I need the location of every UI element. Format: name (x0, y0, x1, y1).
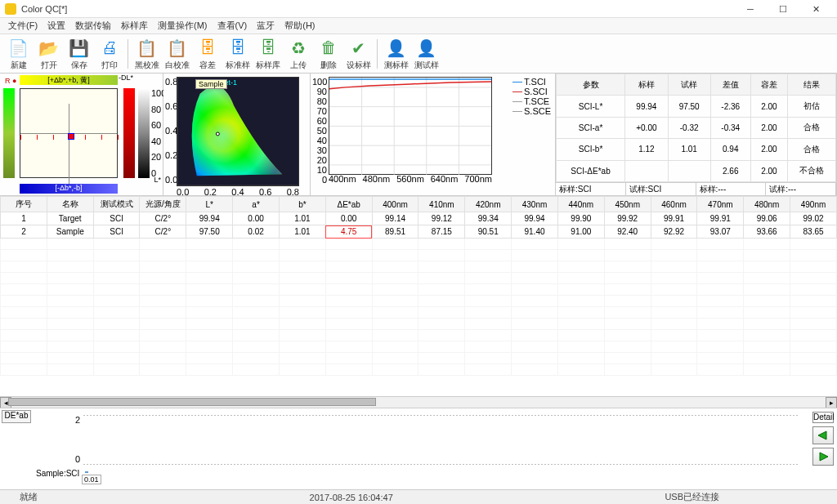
status-conn: USB已经连接 (651, 491, 732, 503)
menu-item[interactable]: 帮助(H) (280, 18, 320, 33)
l-label: L* (154, 176, 161, 184)
p1-top-label: [+Δb*.+b, 黄] (20, 75, 118, 85)
label: 黑校准 (135, 60, 159, 71)
spec-legend: T.SCIS.SCIT.SCES.SCE (512, 77, 552, 116)
label: 测标样 (384, 60, 409, 71)
menu-item[interactable]: 设置 (43, 18, 70, 33)
menu-item[interactable]: 蓝牙 (252, 18, 280, 33)
titlebar: Color QC[*] ─ ☐ ✕ (0, 0, 837, 18)
label: 打印 (101, 60, 118, 71)
detail-button[interactable]: Detail (812, 412, 834, 423)
p1-bot-label: [-Δb*,-b] (20, 184, 118, 194)
toolbar-设标样[interactable]: ✔设标样 (345, 37, 372, 71)
新建-icon: 📄 (7, 37, 30, 60)
白校准-icon: 📋 (166, 37, 189, 60)
toolbar-新建[interactable]: 📄新建 (5, 37, 32, 71)
deab-bar (85, 471, 88, 473)
label: 上传 (290, 60, 307, 71)
status-time: 2017-08-25 16:04:47 (297, 493, 406, 502)
deab-tab[interactable]: DE*ab (2, 410, 31, 423)
设标样-icon: ✔ (347, 37, 370, 60)
toolbar-标样库[interactable]: 🗄标样库 (254, 37, 281, 71)
separator (377, 39, 378, 69)
l-scale: 100806040200 (151, 88, 161, 178)
toolbar-黑校准[interactable]: 📋黑校准 (133, 37, 160, 71)
col-header[interactable]: 410nm (418, 197, 465, 212)
label: 新建 (11, 60, 27, 71)
spec-xaxis: 400nm480nm560nm640nm700nm (329, 174, 492, 184)
打开-icon: 📂 (38, 37, 60, 60)
保存-icon: 💾 (68, 37, 91, 60)
cie-yaxis: 0.80.60.40.20.0 (165, 77, 175, 185)
param-footer: 标样:SCI试样:SCI标样:---试样:--- (556, 182, 836, 195)
cie-diagram[interactable]: Target-1 Sample (177, 77, 299, 186)
col-header[interactable]: 440nm (557, 197, 604, 212)
scroll-right-icon[interactable]: ▸ (826, 397, 837, 408)
pfooter-cell: 试样:SCI (626, 183, 696, 195)
menu-item[interactable]: 标样库 (116, 18, 153, 33)
minimize-button[interactable]: ─ (734, 0, 767, 18)
label: 标准样 (226, 60, 250, 71)
ptable-row: SCI-L*99.9497.50-2.362.00初估 (557, 96, 836, 117)
green-bar (3, 88, 15, 178)
toolbar-打印[interactable]: 🖨打印 (96, 37, 123, 71)
spectrum-chart[interactable] (329, 77, 492, 175)
col-header[interactable]: 序号 (1, 197, 47, 212)
table-row[interactable]: 2SampleSCIC/2°97.500.021.014.7589.5187.1… (1, 225, 837, 239)
menu-item[interactable]: 数据传输 (70, 18, 116, 33)
col-header[interactable]: b* (279, 197, 325, 212)
toolbar-上传[interactable]: ♻上传 (284, 37, 311, 71)
col-header[interactable]: 400nm (372, 197, 418, 212)
ptable-row: SCI-ΔE*ab2.662.00不合格 (557, 160, 836, 181)
label: 容差 (199, 60, 216, 71)
col-header[interactable]: 490nm (790, 197, 837, 212)
toolbar-测标样[interactable]: 👤测标样 (383, 37, 410, 71)
ptable-header: 试样 (668, 74, 710, 96)
next-button[interactable] (812, 448, 834, 466)
bottom-nav: Detail (809, 408, 837, 489)
menu-item[interactable]: 测量操作(M) (153, 18, 213, 33)
red-bar (123, 88, 135, 178)
bchart-foot: Sample:SCI (36, 469, 79, 478)
col-header[interactable]: 光源/角度 (140, 197, 186, 212)
打印-icon: 🖨 (98, 37, 121, 60)
scroll-thumb[interactable] (8, 398, 376, 406)
col-header[interactable]: ΔE*ab (325, 197, 372, 212)
col-header[interactable]: 420nm (465, 197, 512, 212)
maximize-button[interactable]: ☐ (767, 0, 799, 18)
col-header[interactable]: 460nm (651, 197, 697, 212)
toolbar-容差[interactable]: 🗄容差 (194, 37, 221, 71)
上传-icon: ♻ (287, 37, 310, 60)
svg-point-0 (216, 132, 219, 136)
menubar: 文件(F)设置数据传输标样库测量操作(M)查看(V)蓝牙帮助(H) (0, 18, 837, 34)
close-button[interactable]: ✕ (799, 0, 832, 18)
data-scroll[interactable]: 序号名称测试模式光源/角度L*a*b*ΔE*ab400nm410nm420nm4… (0, 196, 837, 396)
label: 删除 (320, 60, 337, 71)
sample-marker (68, 133, 74, 140)
col-header[interactable]: a* (233, 197, 280, 212)
col-header[interactable]: L* (186, 197, 233, 212)
col-header[interactable]: 470nm (697, 197, 744, 212)
lab-canvas[interactable] (20, 88, 118, 178)
col-header[interactable]: 450nm (604, 197, 651, 212)
toolbar-白校准[interactable]: 📋白校准 (163, 37, 190, 71)
col-header[interactable]: 480nm (744, 197, 790, 212)
hscrollbar[interactable]: ◂ ▸ (0, 396, 837, 408)
prev-button[interactable] (812, 426, 834, 444)
col-header[interactable]: 名称 (47, 197, 93, 212)
toolbar-保存[interactable]: 💾保存 (65, 37, 92, 71)
param-panel: 参数标样试样差值容差结果SCI-L*99.9497.50-2.362.00初估S… (556, 74, 837, 195)
pfooter-cell: 试样:--- (766, 183, 836, 195)
toolbar-标准样[interactable]: 🗄标准样 (224, 37, 251, 71)
toolbar-测试样[interactable]: 👤测试样 (413, 37, 440, 71)
table-row[interactable]: 1TargetSCIC/2°99.940.001.010.0099.1499.1… (1, 212, 837, 225)
deab-chart[interactable]: 20 0.01 Sample:SCI (36, 412, 806, 486)
col-header[interactable]: 430nm (512, 197, 558, 212)
menu-item[interactable]: 文件(F) (3, 18, 43, 33)
data-table: 序号名称测试模式光源/角度L*a*b*ΔE*ab400nm410nm420nm4… (0, 196, 837, 376)
toolbar-打开[interactable]: 📂打开 (35, 37, 62, 71)
col-header[interactable]: 测试模式 (93, 197, 140, 212)
menu-item[interactable]: 查看(V) (213, 18, 253, 33)
toolbar-删除[interactable]: 🗑删除 (315, 37, 342, 71)
label: 设标样 (347, 60, 371, 71)
